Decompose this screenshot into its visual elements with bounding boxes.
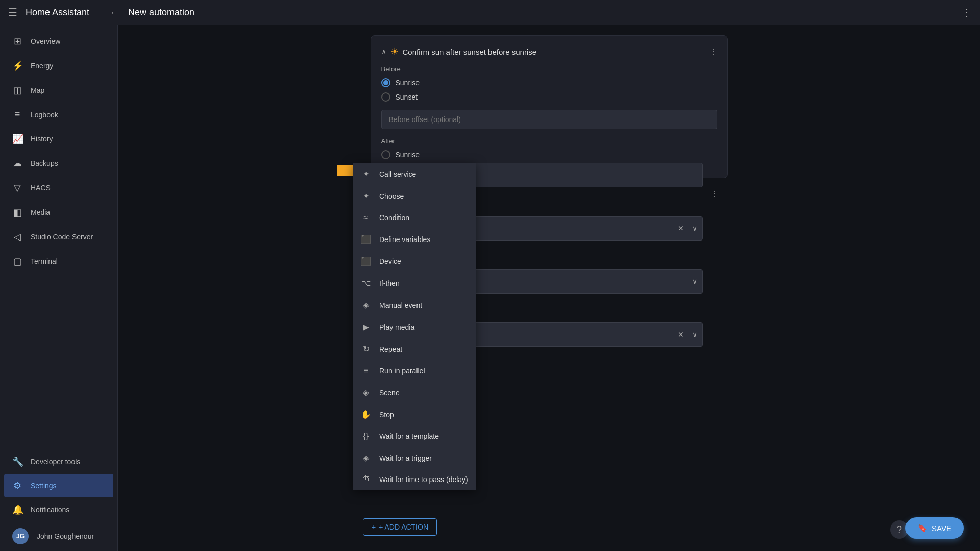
dropdown-item-label: Wait for a trigger [379, 454, 432, 462]
sidebar-item-label: Logbook [31, 111, 58, 119]
wait-trigger-icon: ◈ [361, 453, 371, 463]
before-radio-group: Sunrise Sunset [381, 78, 717, 102]
sidebar-item-overview[interactable]: ⊞ Overview [4, 30, 113, 53]
history-icon: 📈 [12, 133, 22, 145]
sidebar-item-label: HACS [31, 184, 51, 192]
media-icon: ◧ [12, 207, 22, 218]
choose-input[interactable] [448, 163, 703, 187]
stop-icon: ✋ [361, 410, 371, 419]
page-title: New automation [128, 7, 962, 18]
dropdown-item-wait-time-pass[interactable]: ⏱ Wait for time to pass (delay) [353, 469, 476, 490]
radio-sunset[interactable]: Sunset [381, 92, 717, 102]
sidebar-item-history[interactable]: 📈 History [4, 127, 113, 151]
call-service-icon: ✦ [361, 169, 371, 179]
after-sunrise-radio-circle[interactable] [381, 150, 390, 159]
user-avatar: JG [12, 528, 29, 544]
sidebar-item-backups[interactable]: ☁ Backups [4, 152, 113, 175]
dropdown-item-label: Stop [379, 411, 394, 419]
device-chevron-icon[interactable]: ∨ [692, 224, 697, 232]
sidebar-item-label: History [31, 135, 53, 143]
after-label: After [381, 137, 717, 145]
sidebar-item-label: Backups [31, 159, 58, 167]
dropdown-item-label: Condition [379, 213, 409, 222]
before-label: Before [381, 65, 717, 73]
dropdown-item-call-service[interactable]: ✦ Call service [353, 163, 476, 185]
if-then-icon: ⌥ [361, 278, 371, 288]
add-action-button[interactable]: + + ADD ACTION [363, 518, 437, 536]
dropdown-item-define-variables[interactable]: ⬛ Define variables [353, 228, 476, 250]
dropdown-item-if-then[interactable]: ⌥ If-then [353, 272, 476, 294]
studio-code-icon: ◁ [12, 231, 22, 243]
before-offset-input[interactable] [381, 110, 717, 129]
after-sunrise-radio-label: Sunrise [396, 151, 420, 159]
sidebar-item-label: Settings [31, 482, 57, 490]
repeat-clear-icon[interactable]: ✕ [678, 330, 684, 339]
logbook-icon: ≡ [12, 109, 22, 120]
sidebar-item-logbook[interactable]: ≡ Logbook [4, 103, 113, 126]
sidebar-item-map[interactable]: ◫ Map [4, 79, 113, 102]
sidebar-item-terminal[interactable]: ▢ Terminal [4, 250, 113, 273]
sunrise-radio-circle[interactable] [381, 78, 390, 87]
dropdown-item-play-media[interactable]: ▶ Play media [353, 316, 476, 338]
sidebar-item-user[interactable]: JG John Goughenour [4, 522, 113, 550]
dropdown-item-label: Call service [379, 170, 416, 178]
app-title: Home Assistant [26, 7, 89, 18]
collapse-icon[interactable]: ∧ [381, 47, 386, 56]
radio-after-sunrise[interactable]: Sunrise [381, 150, 717, 159]
save-label: SAVE [932, 524, 951, 533]
define-variables-more[interactable]: ⋮ [711, 189, 718, 198]
dropdown-item-label: Device [379, 257, 401, 266]
play-media-icon: ▶ [361, 322, 371, 332]
automation-card: ∧ ☀ Confirm sun after sunset before sunr… [371, 35, 728, 178]
run-in-parallel-icon: ≡ [361, 366, 371, 375]
repeat-input[interactable]: ✕ ∨ [448, 322, 703, 347]
device-input[interactable]: ✕ ∨ [448, 216, 703, 241]
dropdown-item-label: If-then [379, 279, 400, 288]
dropdown-item-wait-for-trigger[interactable]: ◈ Wait for a trigger [353, 447, 476, 469]
save-button[interactable]: 🔖 SAVE [905, 517, 964, 539]
terminal-icon: ▢ [12, 256, 22, 267]
define-variables-icon: ⬛ [361, 234, 371, 244]
dropdown-item-scene[interactable]: ◈ Scene [353, 381, 476, 403]
radio-sunrise[interactable]: Sunrise [381, 78, 717, 87]
user-name: John Goughenour [37, 532, 94, 540]
sidebar-item-label: Map [31, 86, 44, 94]
sunset-radio-circle[interactable] [381, 92, 390, 102]
dropdown-item-manual-event[interactable]: ◈ Manual event [353, 294, 476, 316]
dropdown-item-label: Wait for time to pass (delay) [379, 475, 468, 484]
sunset-radio-label: Sunset [396, 93, 418, 101]
back-button[interactable]: ← [110, 7, 120, 18]
device-clear-icon[interactable]: ✕ [678, 224, 684, 232]
manual-event-chevron-icon[interactable]: ∨ [692, 277, 697, 285]
save-icon: 🔖 [918, 523, 927, 533]
condition-icon: ≈ [361, 213, 371, 222]
topbar-more-button[interactable]: ⋮ [962, 6, 972, 18]
manual-event-input[interactable]: ∨ [448, 269, 703, 294]
dropdown-item-repeat[interactable]: ↻ Repeat [353, 338, 476, 360]
sidebar-item-developer-tools[interactable]: 🔧 Developer tools [4, 450, 113, 473]
dropdown-item-device[interactable]: ⬛ Device [353, 250, 476, 272]
sidebar-item-media[interactable]: ◧ Media [4, 201, 113, 224]
sidebar-item-settings[interactable]: ⚙ Settings [4, 474, 113, 497]
dropdown-item-stop[interactable]: ✋ Stop [353, 403, 476, 425]
main-content: ∧ ☀ Confirm sun after sunset before sunr… [118, 25, 980, 551]
menu-icon[interactable]: ☰ [8, 6, 17, 18]
dropdown-item-label: Manual event [379, 301, 422, 309]
sidebar-bottom: 🔧 Developer tools ⚙ Settings 🔔 Notificat… [0, 445, 117, 551]
dropdown-item-condition[interactable]: ≈ Condition [353, 207, 476, 228]
overview-icon: ⊞ [12, 36, 22, 47]
dropdown-item-choose[interactable]: ✦ Choose [353, 185, 476, 207]
sidebar-item-hacs[interactable]: ▽ HACS [4, 176, 113, 200]
topbar: ☰ Home Assistant ← New automation ⋮ [0, 0, 980, 25]
sidebar-item-energy[interactable]: ⚡ Energy [4, 54, 113, 78]
sidebar-item-studio-code-server[interactable]: ◁ Studio Code Server [4, 225, 113, 249]
sidebar-item-notifications[interactable]: 🔔 Notifications [4, 498, 113, 521]
dropdown-item-label: Scene [379, 389, 400, 397]
card-more-button[interactable]: ⋮ [710, 47, 717, 56]
dropdown-item-label: Repeat [379, 345, 402, 353]
sidebar-item-label: Media [31, 208, 50, 217]
repeat-chevron-icon[interactable]: ∨ [692, 330, 697, 339]
dropdown-item-wait-for-template[interactable]: {} Wait for a template [353, 425, 476, 447]
dropdown-item-run-in-parallel[interactable]: ≡ Run in parallel [353, 360, 476, 381]
notifications-icon: 🔔 [12, 504, 22, 515]
